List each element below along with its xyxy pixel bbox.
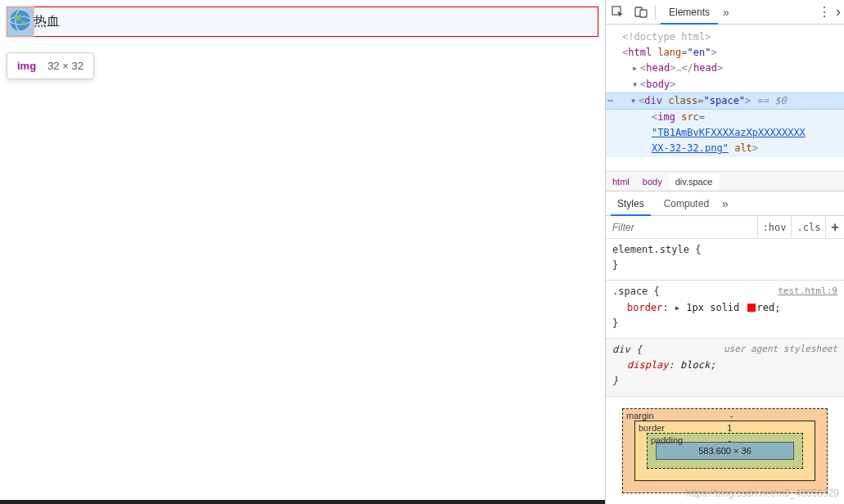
globe-icon xyxy=(7,7,34,36)
inspect-icon[interactable] xyxy=(609,3,627,21)
watermark: https://blog.csdn.net/m0_48056329 xyxy=(686,488,839,499)
bm-margin-top: - xyxy=(730,411,733,421)
tab-styles[interactable]: Styles xyxy=(611,193,651,216)
hov-toggle[interactable]: :hov xyxy=(757,216,792,238)
device-toggle-icon[interactable] xyxy=(632,3,650,21)
cls-toggle[interactable]: .cls xyxy=(791,216,825,238)
styles-pane[interactable]: element.style { } test.html:9 .space { b… xyxy=(606,239,844,397)
head-line[interactable]: ▸<head>…</head> xyxy=(614,61,839,76)
more-styles-tabs-icon[interactable]: » xyxy=(722,197,729,210)
source-link[interactable]: test.html:9 xyxy=(778,284,837,299)
space-rule-block[interactable]: test.html:9 .space { border: ▸ 1px solid… xyxy=(606,281,844,339)
box-model[interactable]: margin - border 1 padding - 583.600 × 36 xyxy=(606,397,844,493)
bottom-bar xyxy=(0,500,605,504)
color-swatch-red[interactable] xyxy=(747,304,756,312)
bm-border-label: border xyxy=(639,423,665,433)
bm-padding-label: padding xyxy=(651,435,683,445)
space-div[interactable]: 热血 xyxy=(7,7,598,37)
devtools-panel: Elements » ⋮ › <!doctype html> <html lan… xyxy=(605,0,844,504)
ua-sheet-label: user agent stylesheet xyxy=(724,342,837,357)
new-style-rule-button[interactable]: + xyxy=(825,216,844,238)
elements-tree[interactable]: <!doctype html> <html lang="en"> ▸<head>… xyxy=(606,25,844,172)
bm-margin-label: margin xyxy=(626,411,654,421)
img-line[interactable]: <img src= xyxy=(606,110,844,125)
element-tooltip: img 32 × 32 xyxy=(7,52,94,79)
bm-border-top: 1 xyxy=(727,423,732,433)
doctype-line: <!doctype html> xyxy=(622,31,711,43)
tab-computed[interactable]: Computed xyxy=(657,193,715,214)
html-open-line[interactable]: <html lang="en"> xyxy=(614,45,839,61)
body-line[interactable]: ▾<body> xyxy=(614,77,839,92)
styles-filter-input[interactable] xyxy=(606,218,757,236)
devtools-toolbar: Elements » ⋮ › xyxy=(606,0,844,25)
bm-padding-top: - xyxy=(728,435,731,445)
img-src-line1[interactable]: "TB1AmBvKFXXXXazXpXXXXXXXX xyxy=(606,125,844,141)
breadcrumb-body[interactable]: body xyxy=(636,173,669,190)
tooltip-dimensions: 32 × 32 xyxy=(47,60,83,72)
element-style-block[interactable]: element.style { } xyxy=(606,239,844,281)
breadcrumb: html body div.space xyxy=(606,172,844,191)
ua-div-block[interactable]: user agent stylesheet div { display: blo… xyxy=(606,339,844,397)
styles-tabbar: Styles Computed » xyxy=(606,191,844,216)
breadcrumb-html[interactable]: html xyxy=(606,173,636,190)
devtools-menu-icon[interactable]: ⋮ xyxy=(818,4,831,20)
img-src-line2[interactable]: XX-32-32.png" alt> xyxy=(606,141,844,156)
more-tabs-icon[interactable]: » xyxy=(723,6,729,19)
styles-filter-row: :hov .cls + xyxy=(606,216,844,239)
svg-rect-4 xyxy=(640,10,647,17)
chevron-right-icon[interactable]: › xyxy=(836,3,841,20)
page-viewport: 热血 img 32 × 32 xyxy=(0,0,605,504)
selected-div-line[interactable]: ⋯ ▾<div class="space"> == $0 xyxy=(606,92,844,110)
space-text: 热血 xyxy=(34,13,60,30)
tab-elements[interactable]: Elements xyxy=(661,2,718,25)
breadcrumb-div[interactable]: div.space xyxy=(669,173,720,190)
tooltip-tag: img xyxy=(17,60,36,72)
